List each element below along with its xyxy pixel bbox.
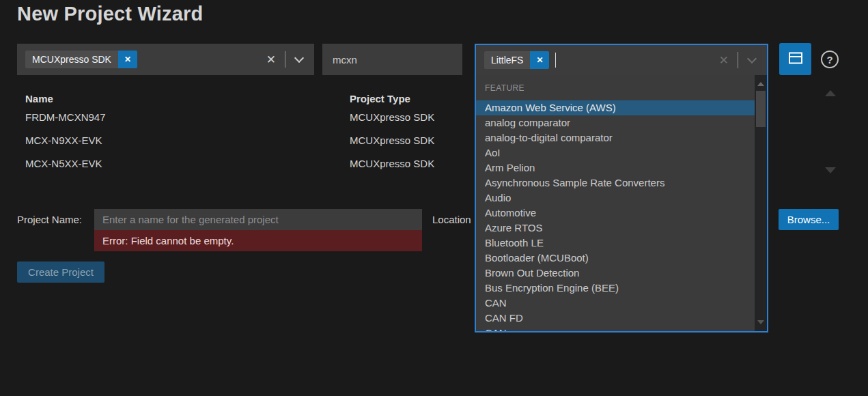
feature-filter-chip-label: LittleFS xyxy=(484,51,530,69)
feature-option[interactable]: Bus Encryption Engine (BEE) xyxy=(476,281,755,296)
column-header-name: Name xyxy=(25,91,53,107)
window-panel-icon xyxy=(788,51,803,67)
feature-dropdown-list: FEATURE Amazon Web Service (AWS) analog … xyxy=(475,75,768,333)
clear-filter-icon[interactable]: ✕ xyxy=(257,54,285,66)
chip-remove-icon[interactable]: ✕ xyxy=(530,51,549,69)
new-project-wizard-window: New Project Wizard MCUXpresso SDK ✕ ✕ Li… xyxy=(0,0,868,396)
board-filter-combobox[interactable]: MCUXpresso SDK ✕ ✕ xyxy=(17,44,314,75)
project-name-input[interactable] xyxy=(94,209,422,230)
feature-option[interactable]: AoI xyxy=(476,145,755,160)
feature-option[interactable]: Brown Out Detection xyxy=(476,266,755,281)
create-project-button[interactable]: Create Project xyxy=(17,261,104,283)
feature-option[interactable]: CAN FD xyxy=(476,311,755,326)
scrollbar-thumb[interactable] xyxy=(756,91,766,127)
text-cursor xyxy=(555,53,556,68)
location-label: Location xyxy=(432,209,471,230)
board-name-cell[interactable]: MCX-N5XX-EVK xyxy=(25,156,102,172)
feature-filter-chip: LittleFS ✕ xyxy=(484,51,549,69)
board-name-cell[interactable]: FRDM-MCXN947 xyxy=(25,109,106,126)
feature-option[interactable]: Automotive xyxy=(476,206,755,221)
board-filter-chip: MCUXpresso SDK ✕ xyxy=(25,51,137,68)
feature-option[interactable]: Audio xyxy=(476,190,755,206)
chevron-down-icon[interactable] xyxy=(294,53,304,63)
error-message: Error: Field cannot be empty. xyxy=(94,230,422,251)
scroll-up-icon[interactable] xyxy=(825,90,836,96)
table-row[interactable]: MCX-N5XX-EVK MCUXpresso SDK xyxy=(0,156,478,172)
feature-option[interactable]: Bootloader (MCUBoot) xyxy=(476,251,755,266)
feature-filter-combobox[interactable]: LittleFS ✕ ✕ xyxy=(475,44,768,75)
project-type-cell[interactable]: MCUXpresso SDK xyxy=(350,109,434,126)
column-header-project-type: Project Type xyxy=(350,91,410,107)
feature-option[interactable]: Bluetooth LE xyxy=(476,236,755,251)
feature-option[interactable]: analog-to-digital comparator xyxy=(476,130,755,145)
scroll-down-icon[interactable] xyxy=(757,320,764,324)
project-type-cell[interactable]: MCUXpresso SDK xyxy=(350,156,434,172)
feature-option[interactable]: CAN xyxy=(476,296,755,311)
feature-option[interactable]: Arm Pelion xyxy=(476,160,755,175)
feature-option[interactable]: CANopen xyxy=(476,326,755,333)
board-name-cell[interactable]: MCX-N9XX-EVK xyxy=(25,132,102,149)
combo-divider xyxy=(738,52,738,68)
feature-option[interactable]: Azure RTOS xyxy=(476,221,755,236)
project-name-label: Project Name: xyxy=(17,209,82,230)
feature-option[interactable]: analog comparator xyxy=(476,115,755,130)
clear-filter-icon[interactable]: ✕ xyxy=(710,55,738,66)
project-type-cell[interactable]: MCUXpresso SDK xyxy=(350,132,434,149)
page-title: New Project Wizard xyxy=(17,3,203,25)
toggle-panel-button[interactable] xyxy=(779,43,811,75)
chevron-down-icon[interactable] xyxy=(747,54,757,63)
dropdown-options: Amazon Web Service (AWS) analog comparat… xyxy=(476,100,755,333)
combo-divider xyxy=(285,51,285,68)
scroll-down-icon[interactable] xyxy=(825,167,836,173)
browse-button[interactable]: Browse... xyxy=(779,209,839,230)
chip-remove-icon[interactable]: ✕ xyxy=(118,51,137,68)
table-row[interactable]: MCX-N9XX-EVK MCUXpresso SDK xyxy=(0,132,478,149)
scroll-up-icon[interactable] xyxy=(757,82,764,86)
board-filter-chip-label: MCUXpresso SDK xyxy=(25,51,118,68)
feature-option[interactable]: Asynchronous Sample Rate Converters xyxy=(476,175,755,190)
board-search-input[interactable] xyxy=(322,44,462,75)
dropdown-scrollbar[interactable] xyxy=(755,75,767,331)
table-row[interactable]: FRDM-MCXN947 MCUXpresso SDK xyxy=(0,109,478,126)
help-icon[interactable]: ? xyxy=(821,51,839,68)
dropdown-group-label: FEATURE xyxy=(485,83,524,93)
feature-option[interactable]: Amazon Web Service (AWS) xyxy=(476,100,755,115)
